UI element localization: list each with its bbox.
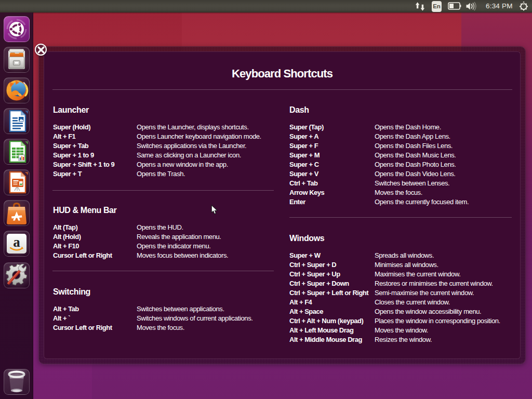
svg-text:a: a [13,234,20,250]
